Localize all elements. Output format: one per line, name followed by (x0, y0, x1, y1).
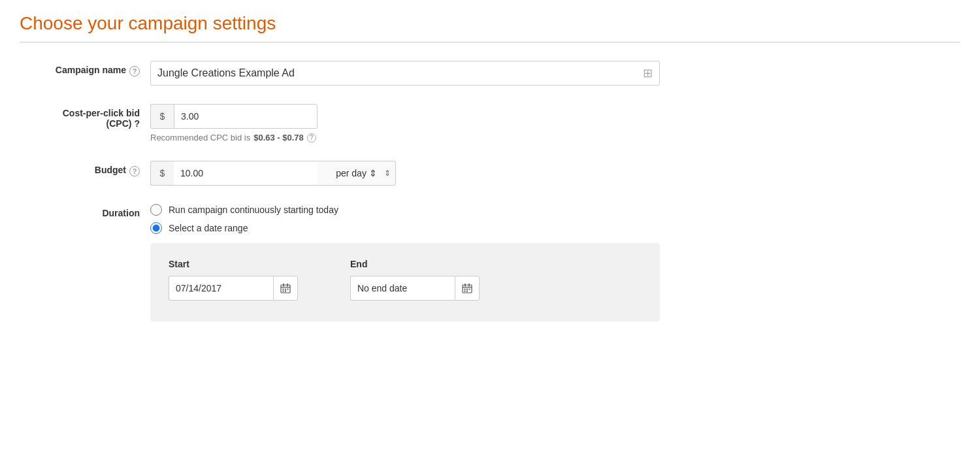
cpc-input-group: $ (150, 104, 804, 129)
start-date-group: Start (169, 259, 298, 301)
campaign-name-input[interactable] (157, 67, 643, 79)
start-date-input-row (169, 276, 298, 301)
recommended-cpc-text: Recommended CPC bid is $0.63 - $0.78 ? (150, 133, 804, 142)
duration-row: Duration Run campaign continuously start… (20, 204, 804, 322)
campaign-settings-form: Campaign name ? ⊞ Cost-per-click bid (CP… (20, 61, 804, 322)
page-title: Choose your campaign settings (20, 13, 960, 34)
budget-input[interactable] (174, 161, 318, 186)
campaign-list-icon[interactable]: ⊞ (643, 66, 653, 80)
end-date-group: End (350, 259, 480, 301)
budget-row: Budget ? $ per day ⇕ per week per month (20, 161, 804, 186)
date-range-panel: Start (150, 243, 660, 322)
svg-rect-16 (465, 291, 466, 292)
duration-option-date-range[interactable]: Select a date range (150, 222, 804, 234)
campaign-name-label-text: Campaign name (56, 65, 126, 75)
svg-rect-4 (283, 289, 284, 290)
campaign-name-label: Campaign name ? (20, 61, 150, 76)
duration-option-date-range-label: Select a date range (169, 223, 248, 233)
cpc-bid-row: Cost-per-click bid (CPC) ? $ Recommended… (20, 104, 804, 142)
cpc-help-icon[interactable]: ? (134, 118, 140, 129)
budget-label: Budget ? (20, 161, 150, 176)
campaign-name-row: Campaign name ? ⊞ (20, 61, 804, 86)
duration-control-area: Run campaign continuously starting today… (150, 204, 804, 322)
duration-options: Run campaign continuously starting today… (150, 204, 804, 234)
svg-rect-17 (466, 291, 468, 292)
budget-period-select[interactable]: per day ⇕ per week per month (318, 161, 396, 186)
calendar-icon (280, 283, 291, 293)
start-date-input[interactable] (169, 276, 273, 301)
budget-control-area: $ per day ⇕ per week per month (150, 161, 804, 186)
cpc-bid-input[interactable] (174, 104, 318, 129)
budget-label-text: Budget (95, 165, 126, 175)
divider (20, 42, 960, 42)
campaign-name-control: ⊞ (150, 61, 804, 86)
budget-input-group: $ per day ⇕ per week per month (150, 161, 804, 186)
recommended-label: Recommended CPC bid is (150, 133, 250, 142)
svg-rect-8 (285, 291, 286, 292)
cpc-label-block: Cost-per-click bid (CPC) ? (20, 104, 150, 129)
svg-rect-15 (469, 289, 470, 290)
end-date-input[interactable] (350, 276, 455, 301)
duration-option-continuous-label: Run campaign continuously starting today (169, 205, 338, 215)
duration-label: Duration (20, 204, 150, 218)
cpc-label-sub-text: (CPC) (106, 118, 132, 129)
svg-rect-7 (283, 291, 284, 292)
end-date-input-row (350, 276, 480, 301)
recommended-range: $0.63 - $0.78 (253, 133, 304, 142)
start-date-calendar-btn[interactable] (273, 276, 298, 301)
calendar-icon (462, 283, 472, 293)
date-range-inner: Start (169, 259, 642, 301)
cpc-currency-symbol: $ (150, 104, 174, 129)
duration-radio-continuous[interactable] (150, 204, 162, 216)
start-date-label: Start (169, 259, 298, 269)
cpc-control-area: $ Recommended CPC bid is $0.63 - $0.78 ? (150, 104, 804, 142)
budget-help-icon[interactable]: ? (129, 166, 140, 176)
end-date-label: End (350, 259, 480, 269)
duration-label-text: Duration (102, 208, 140, 218)
end-date-calendar-btn[interactable] (455, 276, 480, 301)
cpc-label-sub: (CPC) ? (106, 118, 140, 129)
campaign-name-help-icon[interactable]: ? (129, 66, 140, 76)
recommended-help-icon[interactable]: ? (307, 133, 316, 142)
svg-rect-5 (285, 289, 286, 290)
svg-rect-13 (465, 289, 466, 290)
campaign-name-input-wrapper: ⊞ (150, 61, 660, 86)
budget-currency-symbol: $ (150, 161, 174, 186)
duration-radio-date-range[interactable] (150, 222, 162, 234)
duration-option-continuous[interactable]: Run campaign continuously starting today (150, 204, 804, 216)
svg-rect-14 (466, 289, 468, 290)
budget-period-wrapper: per day ⇕ per week per month (318, 161, 396, 186)
svg-rect-6 (287, 289, 289, 290)
cpc-label-main: Cost-per-click bid (63, 108, 140, 118)
